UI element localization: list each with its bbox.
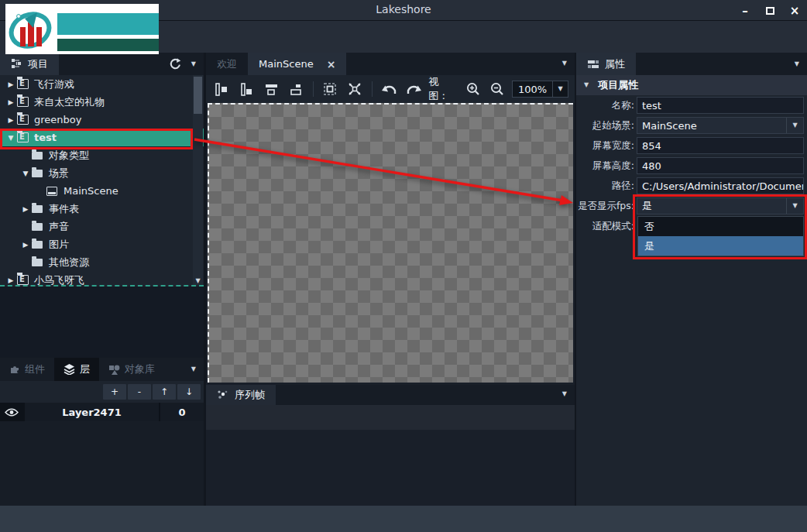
layers-icon	[64, 364, 75, 375]
tab-welcome[interactable]: 欢迎	[206, 53, 248, 75]
view-label: 视图：	[428, 75, 458, 103]
tab-object-library-label: 对象库	[125, 362, 155, 376]
tree-item-label: test	[34, 132, 57, 143]
expand-arrow-icon[interactable]: ▶	[21, 241, 30, 249]
scene-canvas[interactable]	[208, 103, 573, 383]
tab-project[interactable]: 项目	[0, 53, 59, 75]
app-logo	[5, 4, 159, 54]
tree-item-images[interactable]: ▶ 图片	[0, 235, 204, 253]
tree-item-label: 来自太空的礼物	[34, 95, 105, 109]
show-fps-select[interactable]: 是 ▼	[637, 197, 804, 215]
tree-item-label: 飞行游戏	[34, 77, 74, 91]
tab-sequence-frames[interactable]: 序列帧	[206, 385, 276, 405]
remove-layer-button[interactable]: -	[128, 384, 151, 400]
maximize-button[interactable]	[757, 0, 782, 21]
zoom-in-button[interactable]	[463, 80, 483, 98]
tree-item-scenes[interactable]: ▼ 场景	[0, 164, 204, 182]
fps-option-no[interactable]: 否	[638, 217, 803, 236]
editor-tabs-menu-caret-icon[interactable]: ▼	[562, 60, 567, 67]
tab-mainscene[interactable]: MainScene ×	[248, 53, 346, 75]
align-top-icon	[265, 83, 278, 96]
zoom-level-value: 100%	[513, 84, 552, 95]
screen-width-field[interactable]: 854	[637, 137, 804, 154]
zoom-level-select[interactable]: 100% ▼	[512, 81, 568, 98]
refresh-icon[interactable]	[169, 57, 182, 70]
tree-item-greenboy[interactable]: ▶ greenboy	[0, 111, 204, 129]
tab-layers[interactable]: 层	[54, 358, 99, 381]
project-panel: 项目 ▼ ▶ 飞行游戏 ▶ 来自太空的礼物	[0, 53, 204, 506]
fps-option-yes[interactable]: 是	[638, 236, 803, 256]
layer-visibility-toggle[interactable]	[0, 403, 23, 421]
layer-order: 0	[160, 403, 204, 421]
align-top-button[interactable]	[261, 80, 281, 98]
tab-project-label: 项目	[28, 57, 48, 71]
logo-emblem-icon	[8, 6, 53, 51]
add-layer-button[interactable]: +	[103, 384, 126, 400]
scene-icon	[46, 187, 57, 196]
project-menu-caret-icon[interactable]: ▼	[191, 61, 196, 67]
zoom-in-icon	[466, 82, 480, 96]
property-label: 路径:	[576, 180, 637, 193]
tree-item-label: 事件表	[49, 202, 79, 216]
project-icon	[17, 79, 29, 89]
move-layer-up-button[interactable]: ↑	[153, 384, 176, 400]
undo-button[interactable]	[379, 80, 400, 98]
tree-item-little-bird[interactable]: ▶ 小鸟飞呀飞	[0, 271, 204, 285]
align-right-button[interactable]	[237, 80, 257, 98]
expand-arrow-icon[interactable]: ▶	[21, 205, 30, 213]
close-button[interactable]: ×	[782, 0, 807, 21]
tree-item-flying-game[interactable]: ▶ 飞行游戏	[0, 75, 204, 93]
project-properties-header[interactable]: ▼ 项目属性	[576, 75, 807, 95]
screen-height-field[interactable]: 480	[637, 157, 804, 174]
expand-arrow-icon[interactable]: ▶	[6, 81, 15, 88]
expand-arrow-icon[interactable]: ▼	[6, 134, 15, 142]
tree-item-sounds[interactable]: 声音	[0, 218, 204, 235]
expand-arrow-icon[interactable]: ▶	[6, 276, 15, 284]
expand-arrow-icon[interactable]: ▼	[21, 170, 30, 177]
properties-menu-caret-icon[interactable]: ▼	[795, 61, 799, 67]
tree-item-test[interactable]: ▼ test	[0, 129, 204, 146]
tree-scrollbar-thumb[interactable]	[194, 77, 202, 114]
tree-item-event-sheets[interactable]: ▶ 事件表	[0, 200, 204, 218]
logo-bar-green	[57, 39, 159, 51]
select-caret-icon: ▼	[792, 203, 797, 209]
tree-item-label: 声音	[49, 220, 69, 234]
property-label: 是否显示fps:	[576, 200, 637, 213]
layer-list-row[interactable]: Layer2471 0	[0, 403, 204, 421]
left-bottom-menu-caret-icon[interactable]: ▼	[191, 366, 196, 372]
tree-item-object-types[interactable]: 对象类型	[0, 146, 204, 164]
align-left-button[interactable]	[212, 80, 232, 98]
tab-properties[interactable]: 属性	[576, 53, 636, 75]
property-row-path: 路径: C:/Users/Administrator/Documents/	[576, 176, 807, 196]
tree-item-gift-from-space[interactable]: ▶ 来自太空的礼物	[0, 93, 204, 111]
tab-components[interactable]: 组件	[0, 358, 54, 381]
fit-view-button[interactable]	[345, 80, 365, 98]
folder-icon	[32, 259, 43, 266]
start-scene-select[interactable]: MainScene ▼	[637, 117, 804, 134]
editor-tabbar: 欢迎 MainScene ×	[206, 53, 575, 75]
tab-object-library[interactable]: 对象库	[99, 358, 164, 381]
project-tree: ▶ 飞行游戏 ▶ 来自太空的礼物 ▶ greenboy ▼ test	[0, 75, 204, 285]
expand-arrow-icon[interactable]: ▶	[6, 116, 15, 124]
expand-arrow-icon[interactable]: ▶	[6, 98, 15, 106]
tree-item-mainscene[interactable]: MainScene	[0, 182, 204, 200]
align-right-icon	[240, 83, 253, 96]
move-layer-down-button[interactable]: ↓	[177, 384, 201, 400]
minimize-button[interactable]: –	[733, 0, 757, 21]
align-bottom-button[interactable]	[286, 80, 306, 98]
name-field[interactable]: test	[637, 97, 804, 114]
scroll-down-icon[interactable]: ▼	[193, 277, 203, 284]
section-collapse-caret-icon[interactable]: ▼	[584, 82, 589, 88]
path-field[interactable]: C:/Users/Administrator/Documents/	[637, 177, 804, 194]
frames-menu-caret-icon[interactable]: ▼	[562, 391, 567, 397]
close-tab-icon[interactable]: ×	[327, 58, 336, 70]
fit-selection-button[interactable]	[321, 80, 341, 98]
tree-item-other-resources[interactable]: 其他资源	[0, 253, 204, 271]
property-row-screen-height: 屏幕高度: 480	[576, 156, 807, 176]
zoom-out-button[interactable]	[487, 80, 507, 98]
tree-item-label: 其他资源	[49, 256, 89, 269]
tree-scrollbar[interactable]: ▼	[193, 75, 203, 285]
project-icon	[17, 115, 29, 125]
redo-button[interactable]	[404, 80, 424, 98]
project-icon	[17, 275, 29, 285]
